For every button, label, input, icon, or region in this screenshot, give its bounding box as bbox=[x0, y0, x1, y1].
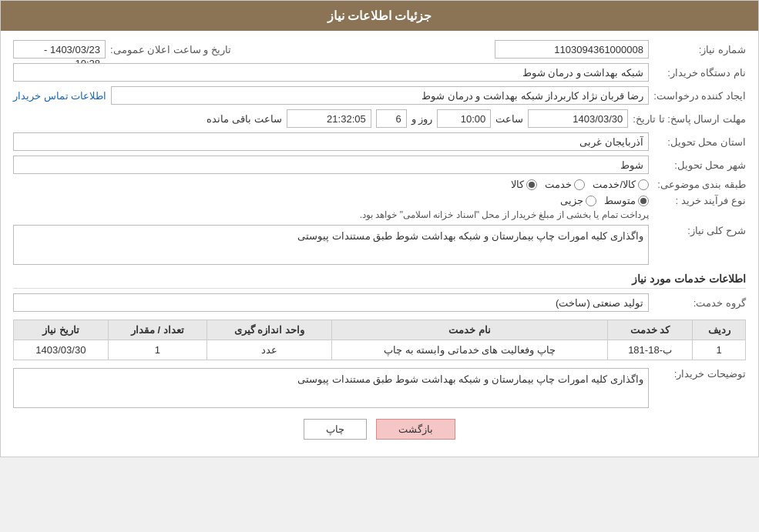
remain-label: ساعت باقی مانده bbox=[207, 113, 281, 125]
radio-dot-kala bbox=[526, 179, 537, 190]
remain-value: 21:32:05 bbox=[287, 109, 371, 128]
need-number-value: 1103094361000008 bbox=[495, 40, 649, 59]
print-button[interactable]: چاپ bbox=[304, 419, 367, 440]
reply-days-value: 6 bbox=[376, 109, 407, 128]
col-unit: واحد اندازه گیری bbox=[207, 320, 331, 340]
cell-unit: عدد bbox=[207, 340, 331, 360]
radio-label-kala-khedmat: کالا/خدمت bbox=[593, 179, 636, 190]
radio-mutavasset[interactable]: متوسط bbox=[604, 195, 649, 206]
cell-row: 1 bbox=[693, 340, 746, 360]
service-group-label: گروه خدمت: bbox=[653, 297, 746, 309]
need-number-label: شماره نیاز: bbox=[653, 44, 746, 55]
province-label: استان محل تحویل: bbox=[653, 136, 746, 148]
reply-date-value: 1403/03/30 bbox=[528, 109, 628, 128]
buyer-desc-value: واگذاری کلیه امورات چاپ بیمارستان و شبکه… bbox=[13, 368, 649, 408]
radio-jozei[interactable]: جزیی bbox=[560, 195, 596, 206]
radio-dot-khedmat bbox=[574, 179, 585, 190]
radio-label-mutavasset: متوسط bbox=[604, 195, 636, 206]
radio-label-jozei: جزیی bbox=[560, 195, 583, 206]
col-row: ردیف bbox=[693, 320, 746, 340]
buyer-org-label: نام دستگاه خریدار: bbox=[653, 67, 746, 79]
reply-time-value: 10:00 bbox=[437, 109, 491, 128]
cell-qty: 1 bbox=[108, 340, 207, 360]
city-label: شهر محل تحویل: bbox=[653, 159, 746, 171]
reply-day-label: روز و bbox=[411, 113, 433, 125]
radio-dot-jozei bbox=[586, 196, 596, 206]
service-table: ردیف کد خدمت نام خدمت واحد اندازه گیری ت… bbox=[13, 320, 746, 360]
province-value: آذربایجان غربی bbox=[13, 132, 649, 151]
buyer-org-value: شبکه بهداشت و درمان شوط bbox=[13, 63, 649, 82]
table-row: 1 ب-18-181 چاپ وفعالیت های خدماتی وابسته… bbox=[14, 340, 746, 360]
city-value: شوط bbox=[13, 156, 649, 174]
reply-deadline-label: مهلت ارسال پاسخ: تا تاریخ: bbox=[633, 113, 746, 125]
col-date: تاریخ نیاز bbox=[14, 320, 109, 340]
cell-name: چاپ وفعالیت های خدماتی وابسته به چاپ bbox=[331, 340, 607, 360]
page-title: جزئیات اطلاعات نیاز bbox=[1, 1, 758, 31]
reply-time-label: ساعت bbox=[495, 113, 523, 125]
radio-label-khedmat: خدمت bbox=[545, 179, 572, 190]
service-group-value: تولید صنعتی (ساخت) bbox=[13, 293, 649, 312]
radio-khedmat[interactable]: خدمت bbox=[545, 179, 585, 190]
radio-kala-khedmat[interactable]: کالا/خدمت bbox=[593, 179, 649, 190]
col-name: نام خدمت bbox=[331, 320, 607, 340]
radio-dot-kala-khedmat bbox=[638, 179, 649, 190]
cell-code: ب-18-181 bbox=[607, 340, 692, 360]
purchase-type-label: نوع فرآیند خرید : bbox=[653, 195, 746, 206]
requester-label: ایجاد کننده درخواست: bbox=[653, 90, 746, 102]
contact-info-link[interactable]: اطلاعات تماس خریدار bbox=[13, 90, 106, 102]
cell-date: 1403/03/30 bbox=[14, 340, 109, 360]
radio-label-kala: کالا bbox=[511, 179, 524, 190]
requester-value: رضا قربان نژاد کاربرداز شبکه بهداشت و در… bbox=[111, 86, 649, 105]
col-qty: تعداد / مقدار bbox=[108, 320, 207, 340]
purchase-note: پرداخت تمام یا بخشی از مبلغ خریدار از مح… bbox=[13, 209, 649, 220]
category-radio-group: کالا/خدمت خدمت کالا bbox=[511, 179, 649, 190]
category-label: طبقه بندی موضوعی: bbox=[653, 179, 746, 190]
announce-datetime-label: تاریخ و ساعت اعلان عمومی: bbox=[110, 44, 231, 55]
radio-dot-mutavasset bbox=[638, 196, 649, 206]
service-info-label: اطلاعات خدمات مورد نیاز bbox=[13, 273, 746, 289]
purchase-type-radio-group: متوسط جزیی bbox=[13, 195, 649, 206]
back-button[interactable]: بازگشت bbox=[376, 419, 455, 440]
need-desc-label: شرح کلی نیاز: bbox=[653, 225, 746, 236]
announce-datetime-value: 1403/03/23 - 10:28 bbox=[13, 40, 106, 59]
col-code: کد خدمت bbox=[607, 320, 692, 340]
need-desc-value: واگذاری کلیه امورات چاپ بیمارستان و شبکه… bbox=[13, 225, 649, 265]
radio-kala[interactable]: کالا bbox=[511, 179, 537, 190]
buyer-desc-label: توضیحات خریدار: bbox=[653, 368, 746, 380]
button-row: بازگشت چاپ bbox=[13, 419, 746, 440]
